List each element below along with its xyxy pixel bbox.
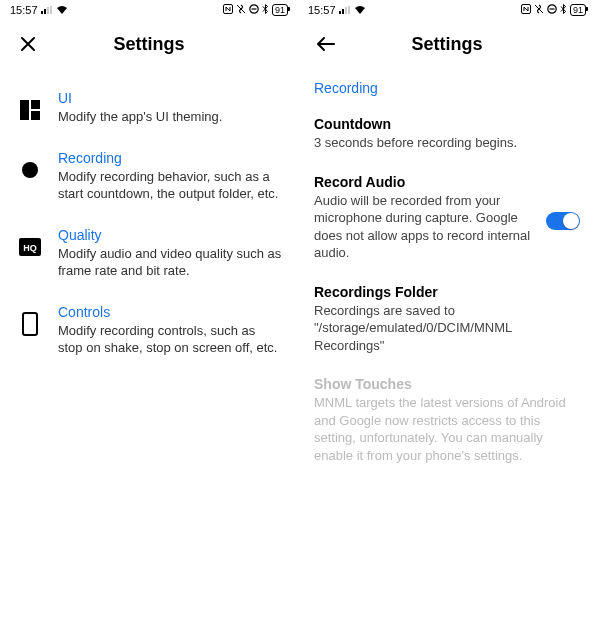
svg-rect-0 [41,11,43,14]
setting-countdown[interactable]: Countdown 3 seconds before recording beg… [314,108,580,166]
setting-desc: 3 seconds before recording begins. [314,134,580,152]
status-bar: 15:57 91 [298,0,596,20]
status-left: 15:57 [308,4,366,16]
status-left: 15:57 [10,4,68,16]
settings-item-desc: Modify audio and video quality such as f… [58,245,282,280]
setting-desc: MNML targets the latest versions of Andr… [314,394,580,464]
svg-rect-18 [348,6,350,14]
settings-item-text: Controls Modify recording controls, such… [58,304,282,357]
status-bar: 15:57 91 [0,0,298,20]
setting-record-audio[interactable]: Record Audio Audio will be recorded from… [314,166,538,276]
settings-list: UI Modify the app's UI theming. Recordin… [0,72,298,379]
settings-item-quality[interactable]: HQ Quality Modify audio and video qualit… [16,217,282,294]
settings-item-title: UI [58,90,282,106]
nfc-icon [521,4,531,16]
bluetooth-icon [262,4,269,16]
settings-item-text: Recording Modify recording behavior, suc… [58,150,282,203]
svg-rect-8 [20,100,29,120]
setting-title: Record Audio [314,174,538,190]
vibrate-icon [236,4,246,16]
record-icon [16,156,44,184]
svg-text:HQ: HQ [23,243,37,253]
dnd-icon [547,4,557,16]
dashboard-icon [16,96,44,124]
settings-item-title: Recording [58,150,282,166]
svg-rect-15 [339,11,341,14]
setting-recordings-folder[interactable]: Recordings Folder Recordings are saved t… [314,276,580,369]
record-audio-toggle[interactable] [546,212,580,230]
settings-item-recording[interactable]: Recording Modify recording behavior, suc… [16,140,282,217]
header: Settings [0,20,298,72]
battery-icon: 91 [272,4,288,16]
signal-icon [339,4,351,16]
status-time: 15:57 [10,4,38,16]
settings-main-screen: 15:57 91 Settings UI Modify the app's UI… [0,0,298,644]
back-button[interactable] [314,32,338,56]
settings-recording-screen: 15:57 91 Settings Recording Countdown 3 … [298,0,596,644]
header: Settings [298,20,596,72]
svg-rect-1 [44,9,46,14]
svg-rect-3 [50,6,52,14]
svg-line-20 [535,5,543,13]
close-button[interactable] [16,32,40,56]
setting-desc: Audio will be recorded from your microph… [314,192,538,262]
hq-icon: HQ [16,233,44,261]
status-right: 91 [521,4,586,16]
svg-rect-17 [345,7,347,14]
signal-icon [41,4,53,16]
settings-item-desc: Modify recording behavior, such as a sta… [58,168,282,203]
wifi-icon [56,4,68,16]
status-right: 91 [223,4,288,16]
setting-title: Show Touches [314,376,580,392]
setting-title: Countdown [314,116,580,132]
settings-item-controls[interactable]: Controls Modify recording controls, such… [16,294,282,371]
settings-item-title: Quality [58,227,282,243]
nfc-icon [223,4,233,16]
settings-item-text: UI Modify the app's UI theming. [58,90,282,126]
vibrate-icon [534,4,544,16]
page-title: Settings [113,34,184,55]
settings-item-desc: Modify the app's UI theming. [58,108,282,126]
page-title: Settings [411,34,482,55]
svg-rect-16 [342,9,344,14]
settings-item-ui[interactable]: UI Modify the app's UI theming. [16,80,282,140]
settings-item-title: Controls [58,304,282,320]
settings-item-text: Quality Modify audio and video quality s… [58,227,282,280]
bluetooth-icon [560,4,567,16]
svg-point-11 [22,162,38,178]
svg-rect-2 [47,7,49,14]
dnd-icon [249,4,259,16]
section-header-recording: Recording [314,80,580,96]
phone-icon [16,310,44,338]
status-time: 15:57 [308,4,336,16]
setting-desc: Recordings are saved to "/storage/emulat… [314,302,580,355]
svg-line-5 [237,5,245,13]
setting-show-touches: Show Touches MNML targets the latest ver… [314,368,580,478]
recording-settings-list: Recording Countdown 3 seconds before rec… [298,72,596,487]
setting-title: Recordings Folder [314,284,580,300]
setting-record-audio-row: Record Audio Audio will be recorded from… [314,166,580,276]
settings-item-desc: Modify recording controls, such as stop … [58,322,282,357]
svg-rect-9 [31,100,40,109]
battery-icon: 91 [570,4,586,16]
svg-rect-14 [23,313,37,335]
svg-rect-10 [31,111,40,120]
wifi-icon [354,4,366,16]
